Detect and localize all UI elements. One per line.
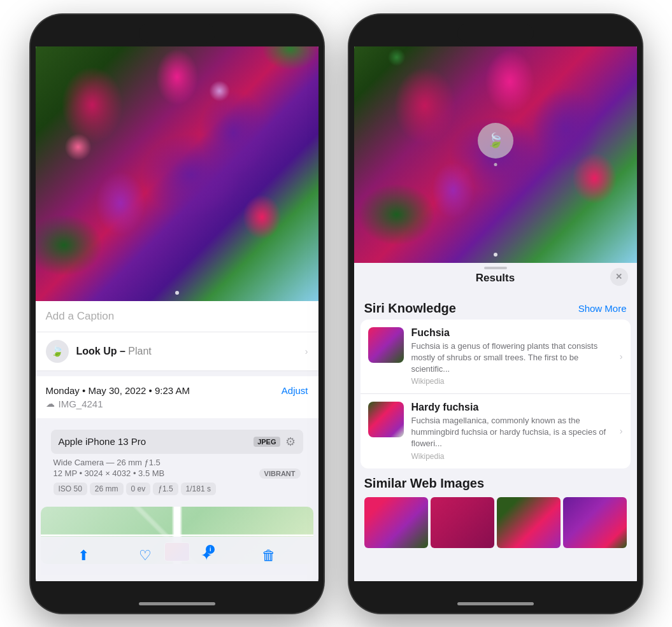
date-text: Monday • May 30, 2022 • 9:23 AM xyxy=(46,385,190,396)
similar-section: Similar Web Images xyxy=(354,468,637,553)
date-row: Monday • May 30, 2022 • 9:23 AM Adjust xyxy=(46,385,308,396)
siri-visual-lookup-button[interactable]: 🍃 xyxy=(478,123,513,159)
cloud-icon: ☁ xyxy=(46,398,55,409)
knowledge-item-hardy-fuchsia[interactable]: Hardy fuchsia Fuchsia magellanica, commo… xyxy=(361,394,631,468)
home-indicator-2 xyxy=(457,602,534,605)
page-indicator xyxy=(175,291,179,295)
hardy-fuchsia-info: Hardy fuchsia Fuchsia magellanica, commo… xyxy=(411,402,612,461)
adjust-button[interactable]: Adjust xyxy=(282,385,308,396)
camera-info: Wide Camera — 26 mm ƒ1.5 12 MP • 3024 × … xyxy=(51,458,303,479)
trash-icon[interactable]: 🗑 xyxy=(262,547,276,564)
similar-title: Similar Web Images xyxy=(364,476,627,491)
results-panel: Results ✕ Siri Knowledge Show More xyxy=(354,263,637,607)
share-icon[interactable]: ⬆ xyxy=(78,547,89,564)
aperture-value: ƒ1.5 xyxy=(153,483,178,495)
lookup-row[interactable]: 🍃 Look Up – Plant › xyxy=(36,332,318,371)
mp-row: 12 MP • 3024 × 4032 • 3.5 MB VIBRANT xyxy=(54,468,301,479)
close-button[interactable]: ✕ xyxy=(610,268,628,286)
page-indicator-2 xyxy=(494,253,497,257)
caption-placeholder: Add a Caption xyxy=(46,310,115,322)
siri-dot xyxy=(494,163,497,166)
fuchsia-thumbnail xyxy=(368,327,404,363)
hardy-fuchsia-thumbnail xyxy=(368,402,404,437)
photo-info-section: Monday • May 30, 2022 • 9:23 AM Adjust ☁… xyxy=(36,376,318,418)
fuchsia-name: Fuchsia xyxy=(411,327,612,339)
heart-icon[interactable]: ♡ xyxy=(139,547,152,564)
siri-knowledge-title: Siri Knowledge xyxy=(364,301,456,316)
hardy-fuchsia-name: Hardy fuchsia xyxy=(411,402,612,413)
fuchsia-info: Fuchsia Fuchsia is a genus of flowering … xyxy=(411,327,612,386)
filename: IMG_4241 xyxy=(59,398,103,409)
siri-knowledge-header: Siri Knowledge Show More xyxy=(354,296,637,320)
similar-image-2[interactable] xyxy=(431,497,494,548)
hardy-fuchsia-desc: Fuchsia magellanica, commonly known as t… xyxy=(411,415,612,450)
fuchsia-desc: Fuchsia is a genus of flowering plants t… xyxy=(411,341,612,376)
settings-icon: ⚙ xyxy=(285,435,296,449)
close-icon: ✕ xyxy=(615,272,622,281)
phone-2: 🍃 Results ✕ Siri Knowledge S xyxy=(349,15,642,613)
similar-image-1[interactable] xyxy=(364,497,428,548)
info-button[interactable]: ✦ i xyxy=(201,547,212,564)
info-badge: i xyxy=(206,545,215,554)
phone-1: Add a Caption 🍃 Look Up – Plant › Monday… xyxy=(31,15,324,613)
results-content: Siri Knowledge Show More Fuchsia Fuchsia… xyxy=(354,291,637,607)
focal-length: 26 mm xyxy=(90,483,124,495)
mp-text: 12 MP • 3024 × 4032 • 3.5 MB xyxy=(54,468,165,478)
phone2-screen: 🍃 Results ✕ Siri Knowledge S xyxy=(354,21,637,607)
siri-leaf-icon: 🍃 xyxy=(487,132,504,149)
flower-overlay-1 xyxy=(36,21,318,301)
phone1-screen: Add a Caption 🍃 Look Up – Plant › Monday… xyxy=(36,21,318,607)
exif-row: ISO 50 26 mm 0 ev ƒ1.5 1/181 s xyxy=(51,483,303,495)
vibrant-badge: VIBRANT xyxy=(259,468,301,479)
knowledge-card: Fuchsia Fuchsia is a genus of flowering … xyxy=(361,320,631,468)
fuchsia-chevron: › xyxy=(620,351,623,362)
leaf-icon: 🍃 xyxy=(46,340,69,363)
device-name: Apple iPhone 13 Pro xyxy=(59,436,147,447)
similar-images-row xyxy=(364,497,627,548)
notch-2 xyxy=(457,24,534,43)
similar-image-3[interactable] xyxy=(497,497,561,548)
badge-row: JPEG ⚙ xyxy=(254,435,295,449)
filename-row: ☁ IMG_4241 xyxy=(46,398,308,409)
iso-value: ISO 50 xyxy=(54,483,87,495)
jpeg-badge: JPEG xyxy=(254,437,280,447)
hardy-fuchsia-chevron: › xyxy=(620,426,623,436)
shutter-speed: 1/181 s xyxy=(181,483,216,495)
bottom-toolbar: ⬆ ♡ ✦ i 🗑 xyxy=(41,537,313,575)
notch-1 xyxy=(139,24,215,43)
lookup-chevron: › xyxy=(305,346,308,356)
show-more-button[interactable]: Show More xyxy=(578,303,627,314)
results-title: Results xyxy=(476,272,515,285)
sheet-handle xyxy=(484,267,507,269)
device-row: Apple iPhone 13 Pro JPEG ⚙ xyxy=(51,430,303,454)
flower-photo-1[interactable] xyxy=(36,21,318,301)
home-indicator-1 xyxy=(139,602,215,605)
similar-image-4[interactable] xyxy=(563,497,627,548)
lookup-label: Look Up – Plant xyxy=(76,346,152,357)
fuchsia-source: Wikipedia xyxy=(411,377,612,386)
camera-spec: Wide Camera — 26 mm ƒ1.5 xyxy=(54,458,301,467)
knowledge-item-fuchsia[interactable]: Fuchsia Fuchsia is a genus of flowering … xyxy=(361,320,631,395)
hardy-fuchsia-source: Wikipedia xyxy=(411,452,612,461)
device-section: Apple iPhone 13 Pro JPEG ⚙ Wide Camera —… xyxy=(41,423,313,502)
caption-area[interactable]: Add a Caption xyxy=(36,301,318,332)
results-header: Results ✕ xyxy=(354,263,637,291)
flower-photo-2[interactable]: 🍃 xyxy=(354,21,637,263)
ev-value: 0 ev xyxy=(126,483,151,495)
